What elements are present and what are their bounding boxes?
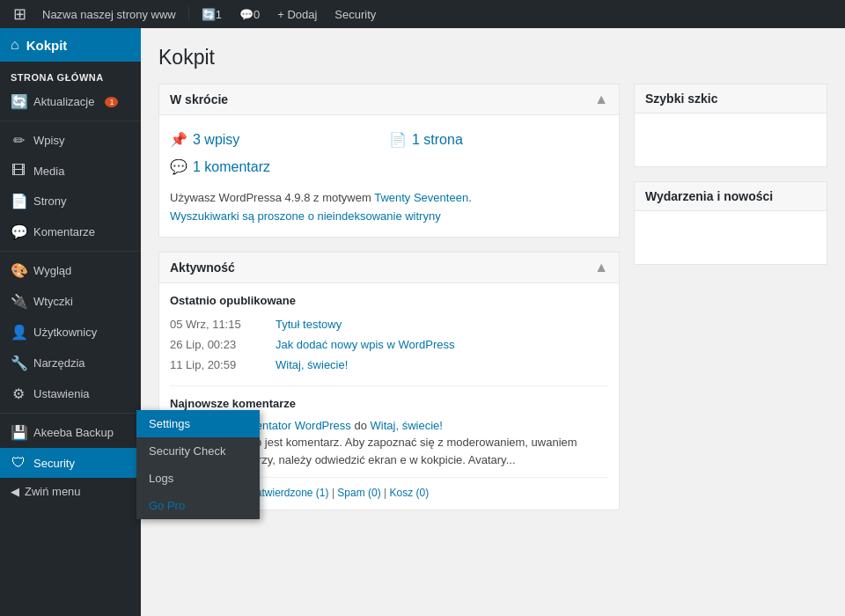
dropdown-gopro[interactable]: Go Pro [136, 492, 260, 519]
dropdown-logs[interactable]: Logs [136, 465, 260, 492]
pin-icon: 📌 [170, 131, 187, 148]
comments-count: 0 [254, 8, 260, 21]
quick-draft-body [635, 114, 827, 166]
filter-approved[interactable]: Zatwierdzone (1) [250, 487, 329, 499]
strony-label: Strony [33, 194, 67, 208]
sidebar-divider-2 [0, 251, 141, 252]
updates-icon: 🔄 [11, 93, 26, 110]
posts-count: 3 wpisy [193, 132, 239, 148]
activity-link-2[interactable]: Witaj, świecie! [276, 358, 348, 371]
comment-body: Od Komentator WordPress do Witaj, świeci… [214, 417, 608, 469]
wtyczki-label: Wtyczki [33, 295, 73, 308]
narzedzia-icon: 🔧 [11, 355, 26, 371]
wpisy-icon: ✏ [11, 132, 26, 149]
wskrocie-pages[interactable]: 📄 1 strona [389, 126, 608, 153]
sidebar-item-wtyczki[interactable]: 🔌 Wtyczki [0, 286, 141, 317]
activity-link-1[interactable]: Jak dodać nowy wpis w WordPress [276, 338, 455, 351]
wp-logo[interactable]: ⊞ [7, 0, 32, 28]
updates-count: 1 [216, 8, 222, 21]
aktywnosc-collapse-icon[interactable]: ▲ [594, 260, 608, 275]
aktualizacje-label: Aktualizacje [33, 95, 94, 108]
sidebar-item-wyglad[interactable]: 🎨 Wygląd [0, 255, 141, 286]
wskrocie-body: 📌 3 wpisy 💬 1 komentarz 📄 [159, 115, 619, 237]
comments-count: 1 komentarz [193, 159, 270, 175]
collapse-icon: ◀ [11, 485, 19, 498]
sidebar-item-media[interactable]: 🎞 Media [0, 156, 141, 186]
comment-icon: 💬 [170, 158, 187, 175]
search-index-link[interactable]: Wyszukiwarki są proszone o nieindeksowan… [170, 209, 441, 223]
security-dropdown-menu: Settings Security Check Logs Go Pro [136, 410, 260, 519]
wyglad-label: Wygląd [33, 264, 71, 277]
security-label: Security [33, 457, 75, 470]
wyglad-icon: 🎨 [11, 262, 26, 279]
wpisy-label: Wpisy [33, 134, 64, 147]
comments-section-title: Najnowsze komentarze [170, 397, 608, 410]
sidebar-collapse-button[interactable]: ◀ Zwiń menu [0, 478, 141, 505]
events-title: Wydarzenia i nowości [635, 182, 827, 211]
media-label: Media [33, 165, 64, 178]
sidebar-item-narzedzia[interactable]: 🔧 Narzędzia [0, 348, 141, 378]
sidebar-divider-3 [0, 413, 141, 414]
sidebar-item-uzytkownicy[interactable]: 👤 Użytkownicy [0, 317, 141, 348]
sidebar-item-akeeba[interactable]: 💾 Akeeba Backup [0, 417, 141, 448]
activity-row-2: 11 Lip, 20:59 Witaj, świecie! [170, 355, 608, 375]
ustawienia-icon: ⚙ [11, 385, 26, 402]
wskrocie-col-left: 📌 3 wpisy 💬 1 komentarz [170, 126, 389, 180]
sidebar-divider-1 [0, 121, 141, 121]
sidebar-logo-label: Kokpit [26, 38, 68, 53]
ustawienia-label: Ustawienia [33, 387, 90, 400]
sidebar: ⌂ Kokpit Strona główna 🔄 Aktualizacje 1 … [0, 28, 141, 616]
pages-count: 1 strona [412, 132, 463, 148]
wtyczki-icon: 🔌 [11, 293, 26, 310]
sidebar-section-main: Strona główna [0, 62, 141, 86]
events-body [635, 211, 827, 264]
wskrocie-panel: W skrócie ▲ 📌 3 wpisy 💬 [158, 84, 620, 238]
uzytkownicy-icon: 👤 [11, 324, 26, 341]
uzytkownicy-label: Użytkownicy [33, 326, 97, 339]
adminbar-add[interactable]: + Dodaj [270, 0, 324, 28]
quick-draft-title: Szybki szkic [635, 84, 827, 114]
activity-link-0[interactable]: Tytuł testowy [276, 318, 342, 331]
admin-bar: ⊞ Nazwa naszej strony www 🔄 1 💬 0 + Doda… [0, 0, 845, 28]
wskrocie-comments[interactable]: 💬 1 komentarz [170, 153, 389, 180]
page-title: Kokpit [158, 46, 827, 70]
wskrocie-title: W skrócie [170, 92, 228, 106]
quick-draft-panel: Szybki szkic [634, 84, 827, 167]
adminbar-updates[interactable]: 🔄 1 [195, 0, 229, 28]
sidebar-item-wpisy[interactable]: ✏ Wpisy [0, 125, 141, 156]
wskrocie-col-right: 📄 1 strona [389, 126, 608, 180]
sidebar-item-aktualizacje[interactable]: 🔄 Aktualizacje 1 [0, 86, 141, 117]
adminbar-site-name[interactable]: Nazwa naszej strony www [35, 0, 183, 28]
aktywnosc-header: Aktywność ▲ [159, 253, 619, 283]
dropdown-security-check[interactable]: Security Check [136, 437, 260, 465]
activity-date-0: 05 Wrz, 11:15 [170, 318, 267, 331]
events-panel: Wydarzenia i nowości [634, 181, 827, 265]
aktywnosc-title: Aktywność [170, 260, 235, 275]
comment-post-link[interactable]: Witaj, świecie! [371, 419, 443, 432]
wskrocie-info-line2: Wyszukiwarki są proszone o nieindeksowan… [170, 208, 608, 226]
sidebar-item-strony[interactable]: 📄 Strony [0, 186, 141, 216]
media-icon: 🎞 [11, 163, 26, 179]
wskrocie-grid: 📌 3 wpisy 💬 1 komentarz 📄 [170, 126, 608, 180]
sidebar-item-ustawienia[interactable]: ⚙ Ustawienia [0, 378, 141, 409]
page-icon: 📄 [389, 131, 407, 148]
komentarze-icon: 💬 [11, 224, 26, 240]
akeeba-icon: 💾 [11, 424, 26, 441]
activity-row-1: 26 Lip, 00:23 Jak dodać nowy wpis w Word… [170, 334, 608, 355]
narzedzia-label: Narzędzia [33, 356, 85, 370]
sidebar-logo[interactable]: ⌂ Kokpit [0, 28, 141, 62]
sidebar-item-security[interactable]: 🛡 Security [0, 448, 141, 478]
dropdown-settings[interactable]: Settings [136, 410, 260, 437]
activity-date-1: 26 Lip, 00:23 [170, 338, 267, 351]
adminbar-comments[interactable]: 💬 0 [232, 0, 267, 28]
security-icon: 🛡 [11, 455, 26, 471]
adminbar-sep-1 [188, 6, 189, 22]
activity-divider [170, 385, 608, 386]
wskrocie-posts[interactable]: 📌 3 wpisy [170, 126, 389, 153]
filter-trash[interactable]: Kosz (0) [390, 487, 430, 499]
filter-spam[interactable]: Spam (0) [337, 487, 380, 499]
adminbar-security[interactable]: Security [327, 0, 383, 28]
sidebar-item-komentarze[interactable]: 💬 Komentarze [0, 216, 141, 247]
twenty-seventeen-link[interactable]: Twenty Seventeen [374, 191, 468, 204]
wskrocie-collapse-icon[interactable]: ▲ [594, 92, 608, 107]
